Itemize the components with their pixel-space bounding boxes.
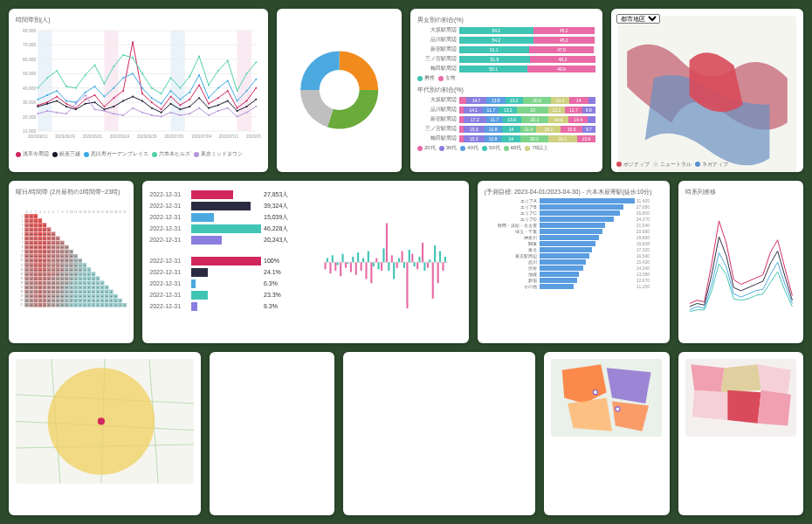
svg-point-86 xyxy=(208,97,210,99)
c10-chart xyxy=(217,359,327,455)
svg-text:18: 18 xyxy=(106,210,109,214)
svg-text:3: 3 xyxy=(22,223,24,226)
svg-point-73 xyxy=(85,92,86,93)
svg-point-108 xyxy=(189,76,190,78)
svg-point-50 xyxy=(94,101,96,103)
svg-point-63 xyxy=(217,104,219,106)
svg-point-793 xyxy=(98,418,105,425)
svg-point-93 xyxy=(46,77,48,79)
svg-text:2023/07/21: 2023/07/21 xyxy=(246,134,261,139)
svg-point-125 xyxy=(122,114,124,116)
svg-point-44 xyxy=(37,106,38,107)
c4-map xyxy=(618,16,796,172)
svg-rect-778 xyxy=(388,262,389,271)
svg-rect-775 xyxy=(373,262,375,266)
svg-text:7: 7 xyxy=(22,241,24,245)
svg-text:11: 11 xyxy=(74,210,78,214)
card-combined-bars: 2022-12-3127,853人2022-12-3139,324人2022-1… xyxy=(142,181,468,344)
svg-point-69 xyxy=(46,94,48,96)
svg-point-56 xyxy=(151,107,153,109)
svg-rect-756 xyxy=(396,262,398,267)
svg-point-90 xyxy=(245,90,247,92)
svg-point-43 xyxy=(255,87,257,89)
c3b-legend: 20代30代40代50代60代70以上 xyxy=(417,144,595,152)
svg-rect-777 xyxy=(382,248,384,262)
svg-text:70,000: 70,000 xyxy=(23,42,37,47)
svg-point-37 xyxy=(198,84,200,86)
c3b-title: 年代別の割合(%) xyxy=(417,86,595,94)
c1-title: 時間帯別(人) xyxy=(16,16,261,24)
svg-rect-748 xyxy=(355,262,357,274)
card-map-coverage xyxy=(9,352,201,515)
c13-map xyxy=(685,359,796,437)
svg-point-78 xyxy=(132,72,134,74)
svg-point-84 xyxy=(189,92,190,93)
svg-point-132 xyxy=(189,113,190,114)
svg-point-48 xyxy=(75,108,77,110)
svg-rect-742 xyxy=(325,262,327,269)
svg-rect-745 xyxy=(340,262,341,276)
card-map-zones xyxy=(544,352,669,515)
svg-text:15: 15 xyxy=(20,276,24,279)
svg-point-149 xyxy=(319,70,359,110)
svg-point-99 xyxy=(103,83,105,85)
svg-rect-757 xyxy=(402,251,403,262)
svg-text:13: 13 xyxy=(83,210,86,214)
svg-rect-782 xyxy=(409,250,410,262)
svg-point-107 xyxy=(179,87,181,89)
card-demographics: 男女別の割合(%) 大坂駅周辺54.245.2品川駅周辺54.245.2新宿駅周… xyxy=(410,9,602,172)
svg-text:14: 14 xyxy=(87,210,91,214)
svg-point-22 xyxy=(56,96,58,98)
svg-point-70 xyxy=(56,90,58,92)
svg-text:8: 8 xyxy=(62,210,64,214)
svg-point-120 xyxy=(75,103,77,105)
svg-rect-743 xyxy=(329,262,331,273)
svg-point-95 xyxy=(65,86,67,87)
svg-text:14: 14 xyxy=(20,272,24,275)
svg-rect-749 xyxy=(361,262,362,271)
c11-chart xyxy=(350,359,528,499)
svg-text:2: 2 xyxy=(22,218,24,222)
svg-point-31 xyxy=(141,93,143,94)
svg-rect-779 xyxy=(393,262,395,279)
c12-map xyxy=(551,359,662,437)
svg-point-25 xyxy=(85,99,86,100)
svg-text:11: 11 xyxy=(20,259,24,262)
svg-point-38 xyxy=(208,103,210,105)
svg-point-106 xyxy=(170,77,172,79)
c6-left: 2022-12-3127,853人2022-12-3139,324人2022-1… xyxy=(149,188,303,337)
svg-rect-769 xyxy=(341,253,343,262)
card-multiline-2 xyxy=(343,352,535,515)
svg-text:2023/06/19: 2023/06/19 xyxy=(55,134,75,139)
svg-text:5: 5 xyxy=(22,232,24,236)
svg-point-85 xyxy=(198,74,200,76)
svg-point-138 xyxy=(245,112,247,114)
map-region-select[interactable]: 都市地区 xyxy=(616,14,660,24)
svg-point-71 xyxy=(65,100,67,102)
svg-text:18: 18 xyxy=(20,290,24,293)
svg-point-110 xyxy=(208,84,210,86)
svg-rect-762 xyxy=(427,262,429,267)
svg-text:20: 20 xyxy=(114,210,118,214)
svg-rect-785 xyxy=(423,262,425,271)
svg-rect-761 xyxy=(422,243,423,262)
svg-text:16: 16 xyxy=(97,210,100,214)
svg-text:2023/07/04: 2023/07/04 xyxy=(192,134,212,139)
svg-point-53 xyxy=(122,100,124,102)
svg-point-30 xyxy=(132,41,134,43)
svg-rect-780 xyxy=(398,258,400,262)
svg-point-77 xyxy=(122,77,124,79)
svg-point-82 xyxy=(170,90,172,92)
svg-rect-774 xyxy=(368,251,369,262)
svg-point-102 xyxy=(132,57,134,59)
svg-text:30,000: 30,000 xyxy=(23,100,37,105)
svg-point-121 xyxy=(85,94,86,96)
svg-point-80 xyxy=(151,97,153,99)
svg-text:2023/07/11: 2023/07/11 xyxy=(219,134,239,139)
svg-point-33 xyxy=(161,108,162,110)
svg-point-128 xyxy=(151,114,153,116)
svg-text:10: 10 xyxy=(20,254,24,258)
c4-legend: ポジティブニュートラルネガティブ xyxy=(616,161,798,169)
svg-point-96 xyxy=(75,87,77,89)
svg-text:20,000: 20,000 xyxy=(23,114,37,120)
